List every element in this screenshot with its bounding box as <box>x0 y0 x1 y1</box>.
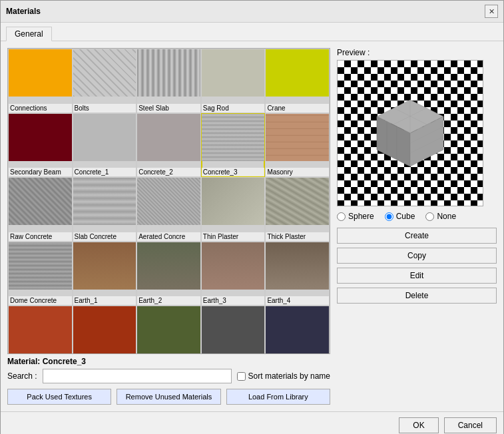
dialog-title: Materials <box>6 7 41 16</box>
material-cell-aerated_concrete[interactable]: Aerated Concre <box>136 177 201 242</box>
material-cell-earth_1[interactable]: Earth_1 <box>73 242 137 306</box>
material-cell-thick_plaster[interactable]: Thick Plaster <box>265 177 330 242</box>
copy-button[interactable]: Copy <box>337 248 497 264</box>
material-label-concrete_3: Concrete_3 <box>202 168 265 176</box>
dialog-footer: OK Cancel <box>1 411 503 434</box>
material-cell-secondary_beam[interactable]: Secondary Beam <box>8 113 73 178</box>
action-buttons: Create Copy Edit Delete <box>337 228 497 304</box>
search-label: Search : <box>7 371 37 381</box>
edit-button[interactable]: Edit <box>337 268 497 284</box>
material-cell-raw_concrete[interactable]: Raw Concrete <box>8 177 73 242</box>
right-panel: Preview : <box>337 48 497 405</box>
material-cell-bolts[interactable]: Bolts <box>73 49 137 113</box>
load-library-button[interactable]: Load From Library <box>226 389 330 405</box>
material-cell-crane[interactable]: Crane <box>265 49 330 113</box>
material-cell-connections[interactable]: Connections <box>8 49 73 113</box>
material-label-sag_rod: Sag Rod <box>202 104 265 112</box>
material-label-concrete_2: Concrete_2 <box>137 168 200 176</box>
material-label-secondary_beam: Secondary Beam <box>9 168 72 176</box>
material-cell-row5e[interactable] <box>265 306 330 354</box>
cube-option[interactable]: Cube <box>385 212 415 221</box>
material-label-earth_2: Earth_2 <box>137 296 200 305</box>
material-label-thin_plaster: Thin Plaster <box>202 232 265 241</box>
material-cell-row5c[interactable] <box>136 306 201 354</box>
sort-checkbox[interactable] <box>237 372 246 381</box>
material-label-concrete_1: Concrete_1 <box>73 168 136 176</box>
materials-dialog: Materials ✕ General ConnectionsBoltsStee… <box>0 0 504 434</box>
preview-canvas <box>337 60 483 206</box>
create-button[interactable]: Create <box>337 228 497 244</box>
sphere-radio[interactable] <box>337 212 346 221</box>
material-cell-row5a[interactable] <box>8 306 73 354</box>
cube-radio[interactable] <box>385 212 393 221</box>
sort-checkbox-label: Sort materials by name <box>237 371 330 381</box>
ok-button[interactable]: OK <box>399 417 438 433</box>
material-cell-concrete_1[interactable]: Concrete_1 <box>73 113 137 178</box>
search-input[interactable] <box>43 369 232 383</box>
material-cell-thin_plaster[interactable]: Thin Plaster <box>201 177 266 242</box>
dialog-body: ConnectionsBoltsSteel SlabSag RodCraneSe… <box>1 41 503 411</box>
material-label-connections: Connections <box>9 104 72 112</box>
search-row: Search : Sort materials by name <box>7 369 330 383</box>
material-info: Material: Concrete_3 <box>7 357 330 366</box>
material-cell-slab_concrete[interactable]: Slab Concrete <box>73 177 137 242</box>
remove-materials-button[interactable]: Remove Unused Materials <box>117 389 220 405</box>
title-bar: Materials ✕ <box>1 1 503 23</box>
left-panel: ConnectionsBoltsSteel SlabSag RodCraneSe… <box>7 48 330 405</box>
cube-svg <box>370 93 450 180</box>
sphere-label: Sphere <box>348 212 374 221</box>
material-cell-concrete_2[interactable]: Concrete_2 <box>136 113 201 178</box>
material-cell-sag_rod[interactable]: Sag Rod <box>201 49 266 113</box>
material-cell-earth_4[interactable]: Earth_4 <box>265 242 330 306</box>
preview-label: Preview : <box>337 48 497 57</box>
sphere-option[interactable]: Sphere <box>337 212 374 221</box>
material-label-earth_4: Earth_4 <box>266 296 329 305</box>
material-label-masonry: Masonry <box>266 168 329 176</box>
close-button[interactable]: ✕ <box>485 5 498 18</box>
none-option[interactable]: None <box>425 212 456 221</box>
material-cell-earth_2[interactable]: Earth_2 <box>136 242 201 306</box>
cube-preview <box>370 93 450 173</box>
material-cell-row5b[interactable] <box>73 306 137 354</box>
pack-textures-button[interactable]: Pack Used Textures <box>7 389 111 405</box>
none-label: None <box>437 212 456 221</box>
material-cell-row5d[interactable] <box>201 306 266 354</box>
none-radio[interactable] <box>425 212 434 221</box>
material-label-bolts: Bolts <box>73 104 136 112</box>
cube-label: Cube <box>396 212 415 221</box>
material-label-aerated_concrete: Aerated Concre <box>137 232 200 241</box>
material-cell-dome_concrete[interactable]: Dome Concrete <box>8 242 73 306</box>
material-cell-masonry[interactable]: Masonry <box>265 113 330 178</box>
tab-general[interactable]: General <box>6 27 52 41</box>
delete-button[interactable]: Delete <box>337 288 497 304</box>
material-cell-earth_3[interactable]: Earth_3 <box>201 242 266 306</box>
material-label-steel_slab: Steel Slab <box>137 104 200 112</box>
shape-radio-group: Sphere Cube None <box>337 212 497 221</box>
sort-label: Sort materials by name <box>248 371 330 381</box>
material-cell-concrete_3[interactable]: Concrete_3 <box>201 113 266 178</box>
materials-grid: ConnectionsBoltsSteel SlabSag RodCraneSe… <box>7 48 330 354</box>
material-cell-steel_slab[interactable]: Steel Slab <box>136 49 201 113</box>
material-label-dome_concrete: Dome Concrete <box>9 296 72 305</box>
material-label-earth_1: Earth_1 <box>73 296 136 305</box>
bottom-buttons: Pack Used Textures Remove Unused Materia… <box>7 389 330 405</box>
material-label-thick_plaster: Thick Plaster <box>266 232 329 241</box>
material-label-raw_concrete: Raw Concrete <box>9 232 72 241</box>
material-label-crane: Crane <box>266 104 329 112</box>
material-label-earth_3: Earth_3 <box>202 296 265 305</box>
cancel-button[interactable]: Cancel <box>444 417 497 433</box>
material-label-slab_concrete: Slab Concrete <box>73 232 136 241</box>
tab-bar: General <box>1 23 503 41</box>
checkerboard-bg <box>338 61 483 206</box>
